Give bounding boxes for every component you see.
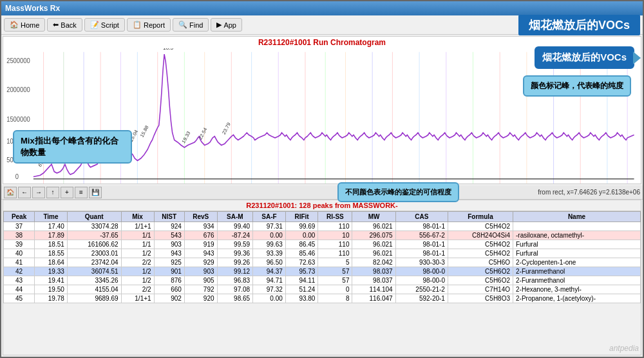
table-row[interactable]: 4118.6423742.042/292592999.2696.5072.635… — [4, 258, 641, 267]
find-icon: 🔍 — [178, 21, 187, 29]
nav-zoom-minus-btn[interactable]: ≡ — [75, 187, 88, 198]
table-row[interactable]: 4319.413345.261/287690596.8394.7194.1157… — [4, 276, 641, 285]
col-quant: Quant — [67, 212, 121, 222]
data-table-container: R231120#1001: 128 peaks from MASSWORK- P… — [3, 200, 641, 355]
svg-text:2000000: 2000000 — [6, 86, 30, 93]
table-scroll[interactable]: Peak Time Quant Mix NIST RevS SA-M SA-F … — [3, 211, 641, 303]
svg-text:2500000: 2500000 — [6, 57, 30, 64]
data-table: Peak Time Quant Mix NIST RevS SA-M SA-F … — [3, 211, 641, 303]
report-button[interactable]: 📋 Report — [127, 18, 171, 32]
table-row[interactable]: 3817.89-37.651/1543676-87.240.000.001029… — [4, 231, 641, 240]
toolbar-buttons: 🏠 Home ⬅ Back 📝 Script 📋 Report 🔍 Find ▶ — [4, 18, 242, 32]
back-button[interactable]: ⬅ Back — [47, 18, 82, 32]
col-peak: Peak — [4, 212, 35, 222]
nav-forward-btn[interactable]: → — [32, 187, 45, 198]
mix-annotation: Mix指出每个峰含有的化合物数量 — [13, 130, 132, 164]
toolbar: 🏠 Home ⬅ Back 📝 Script 📋 Report 🔍 Find ▶ — [1, 15, 643, 35]
svg-text:18.5: 18.5 — [163, 48, 173, 51]
col-cas: CAS — [395, 212, 448, 222]
banner: 烟花燃放后的VOCs — [518, 15, 640, 35]
svg-text:22.54: 22.54 — [198, 126, 209, 141]
col-saf: SA-F — [253, 212, 286, 222]
col-name: Name — [513, 212, 641, 222]
app-title: MassWorks Rx — [5, 4, 60, 13]
col-nist: NIST — [154, 212, 184, 222]
nav-bar: 🏠 ← → ↑ + ≡ 💾 不同颜色表示峰的鉴定的可信程度 from rect,… — [1, 185, 643, 200]
script-icon: 📝 — [90, 21, 99, 29]
col-mix: Mix — [121, 212, 154, 222]
app-button[interactable]: ▶ App — [211, 18, 242, 32]
watermark: antpedia — [609, 344, 639, 353]
coord-display: from rect, x=7.64626 y=2.6138e+06 — [538, 189, 640, 196]
table-body: 3717.4033074.281/1+192493499.4097.3199.6… — [4, 222, 641, 303]
col-revs: RevS — [184, 212, 217, 222]
nav-home-btn[interactable]: 🏠 — [4, 187, 17, 198]
home-icon: 🏠 — [10, 21, 19, 29]
report-icon: 📋 — [133, 21, 142, 29]
nav-save-btn[interactable]: 💾 — [89, 187, 102, 198]
nav-zoom-plus-btn[interactable]: + — [61, 187, 73, 198]
table-header: Peak Time Quant Mix NIST RevS SA-M SA-F … — [4, 212, 641, 222]
svg-text:1500000: 1500000 — [6, 116, 30, 123]
table-row[interactable]: 3717.4033074.281/1+192493499.4097.3199.6… — [4, 222, 641, 231]
app-icon: ▶ — [216, 21, 222, 29]
nav-up-btn[interactable]: ↑ — [46, 187, 59, 198]
table-row[interactable]: 4018.5523003.011/294394399.3693.3985.461… — [4, 249, 641, 258]
data-title: R231120#1001: 128 peaks from MASSWORK- — [3, 200, 641, 211]
svg-text:15.88: 15.88 — [139, 124, 150, 138]
table-row[interactable]: 4419.504155.042/266079297.0897.3251.2401… — [4, 285, 641, 294]
svg-text:19.33: 19.33 — [181, 130, 192, 144]
script-button[interactable]: 📝 Script — [84, 18, 125, 32]
col-mw: MW — [352, 212, 395, 222]
table-row[interactable]: 3918.51161606.621/190391999.5999.6386.45… — [4, 240, 641, 249]
color-annotation: 颜色标记峰，代表峰的纯度 — [523, 75, 631, 97]
table-row[interactable]: 4219.3336074.511/290190399.1294.3795.735… — [4, 267, 641, 276]
banner-annotation: 烟花燃放后的VOCs — [535, 46, 634, 69]
col-rifit: RIFit — [285, 212, 318, 222]
svg-text:23.79: 23.79 — [221, 122, 232, 136]
main-content: R231120#1001 Run Chromatogram — [1, 35, 643, 357]
svg-text:0: 0 — [15, 173, 19, 180]
back-icon: ⬅ — [53, 21, 59, 29]
nav-back-btn[interactable]: ← — [18, 187, 31, 198]
col-sam: SA-M — [217, 212, 253, 222]
col-formula: Formula — [448, 212, 513, 222]
diff-annotation: 不同颜色表示峰的鉴定的可信程度 — [337, 182, 459, 202]
col-time: Time — [35, 212, 68, 222]
find-button[interactable]: 🔍 Find — [173, 18, 209, 32]
home-button[interactable]: 🏠 Home — [4, 18, 45, 32]
table-row[interactable]: 4519.789689.691/1+190292098.650.0093.808… — [4, 294, 641, 303]
title-bar: MassWorks Rx — [1, 1, 643, 15]
chart-area: R231120#1001 Run Chromatogram — [3, 36, 641, 184]
col-riss: RI-SS — [318, 212, 352, 222]
app-window: MassWorks Rx 🏠 Home ⬅ Back 📝 Script 📋 Re… — [0, 0, 644, 358]
